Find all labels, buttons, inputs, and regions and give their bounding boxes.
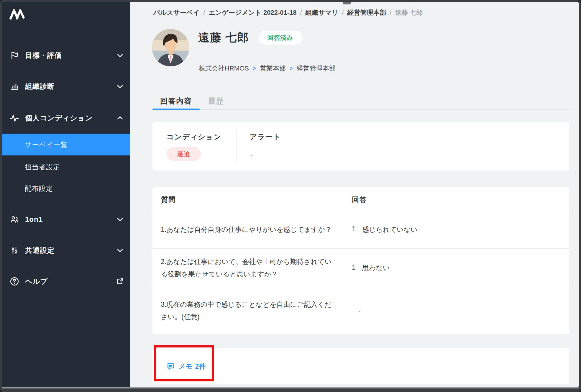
answer-cell: 1 思わない (352, 263, 390, 272)
sidebar-item-label: 目標・評価 (25, 51, 62, 60)
question-text: 3.現在の業務の中で感じることなどを自由にご記入ください。(任意) (161, 298, 338, 323)
sidebar-item-1on1[interactable]: 1on1 (2, 210, 130, 229)
sidebar: 目標・評価 組織診断 (2, 2, 130, 387)
chevron-right-icon: > (253, 65, 256, 72)
breadcrumb-separator: / (342, 9, 344, 17)
sidebar-item-help[interactable]: ヘルプ (2, 272, 130, 291)
answer-cell: - (352, 306, 361, 314)
sliders-icon (10, 246, 19, 255)
tab-history[interactable]: 履歴 (208, 92, 224, 110)
chevron-down-icon (116, 216, 124, 223)
tab-label: 履歴 (208, 96, 224, 106)
sidebar-item-goals[interactable]: 目標・評価 (2, 46, 130, 65)
memo-link[interactable]: メモ 2件 (167, 362, 206, 371)
answer-score: 1 (352, 263, 356, 272)
column-header-question: 質問 (161, 195, 176, 204)
condition-panel: コンディション 逼迫 アラート - (152, 122, 569, 170)
condition-value-badge: 逼迫 (167, 147, 201, 161)
breadcrumb-separator: / (203, 9, 205, 17)
pulse-icon (10, 113, 19, 123)
chevron-down-icon (116, 247, 124, 254)
question-text: 1.あなたは自分自身の仕事にやりがいを感じてますか？ (161, 223, 338, 236)
breadcrumb-item[interactable]: 経営管理本部 (347, 8, 386, 17)
breadcrumb-item[interactable]: パルスサーベイ (153, 8, 200, 17)
sidebar-item-label: ヘルプ (25, 277, 48, 286)
help-icon (10, 277, 19, 286)
org-path-item[interactable]: 経営管理本部 (297, 64, 336, 73)
breadcrumb-item[interactable]: 組織サマリ (306, 8, 339, 17)
question-text: 2.あなたは仕事において、会社や上司から期待されている役割を果たせていると思いま… (161, 255, 338, 280)
alert-value: - (250, 151, 253, 159)
sidebar-item-org-diagnosis[interactable]: 組織診断 (2, 77, 130, 96)
app-logo-icon[interactable] (9, 6, 25, 23)
answer-text: 感じられていない (362, 225, 418, 234)
answer-score: 1 (352, 225, 356, 234)
memo-panel: メモ 2件 (152, 348, 569, 384)
table-row: 3.現在の業務の中で感じることなどを自由にご記入ください。(任意) - (152, 287, 569, 334)
breadcrumb-item[interactable]: エンゲージメント 2022-01-18 (209, 8, 296, 17)
chevron-right-icon: > (290, 65, 293, 72)
org-path-item[interactable]: 株式会社HRMOS (199, 64, 249, 73)
sidebar-item-label: 共通設定 (25, 246, 55, 255)
qa-table-header: 質問 回答 (152, 187, 569, 210)
tab-bar: 回答内容 履歴 (152, 92, 569, 110)
chevron-down-icon (116, 83, 124, 90)
window-notch (343, 2, 351, 4)
tab-label: 回答内容 (160, 96, 192, 106)
status-badge: 回答済み (258, 31, 302, 45)
answer-cell: 1 感じられていない (352, 225, 418, 234)
bar-chart-icon (10, 82, 19, 91)
org-path-item[interactable]: 営業本部 (260, 64, 286, 73)
chevron-up-icon (116, 114, 124, 122)
sidebar-item-common-settings[interactable]: 共通設定 (2, 241, 130, 260)
main-content: パルスサーベイ / エンゲージメント 2022-01-18 / 組織サマリ / … (130, 2, 579, 387)
table-row: 1.あなたは自分自身の仕事にやりがいを感じてますか？ 1 感じられていない (152, 210, 569, 249)
tab-answer-content[interactable]: 回答内容 (152, 92, 200, 110)
memo-icon (167, 362, 175, 370)
table-row: 2.あなたは仕事において、会社や上司から期待されている役割を果たせていると思いま… (152, 249, 569, 287)
breadcrumb: パルスサーベイ / エンゲージメント 2022-01-18 / 組織サマリ / … (153, 8, 423, 17)
page-title-person-name: 遠藤 七郎 (198, 30, 249, 45)
breadcrumb-separator: / (300, 9, 302, 17)
divider (237, 131, 237, 162)
sidebar-subitem-label: サーベイ一覧 (25, 140, 68, 149)
sidebar-subitem-label: 配布設定 (25, 184, 53, 193)
external-link-icon (116, 278, 124, 285)
sidebar-item-personal-condition[interactable]: 個人コンディション (2, 109, 130, 127)
sidebar-item-survey-list[interactable]: サーベイ一覧 (2, 134, 130, 155)
active-tab-underline (152, 109, 200, 110)
window-bottom-edge (2, 387, 579, 388)
sidebar-subitem-label: 担当者設定 (25, 163, 60, 172)
sidebar-item-manager-settings[interactable]: 担当者設定 (2, 158, 130, 176)
condition-label: コンディション (167, 132, 221, 142)
sidebar-item-label: 1on1 (25, 215, 43, 224)
window-frame: 目標・評価 組織診断 (0, 0, 581, 392)
breadcrumb-separator: / (390, 9, 391, 17)
alert-label: アラート (250, 132, 281, 142)
sidebar-item-label: 組織診断 (25, 82, 55, 91)
breadcrumb-item-current: 遠藤 七郎 (395, 8, 423, 17)
answer-text: 思わない (362, 263, 390, 272)
sidebar-item-distribution-settings[interactable]: 配布設定 (2, 180, 130, 197)
avatar (152, 29, 189, 66)
chevron-down-icon (116, 52, 124, 59)
people-icon (10, 215, 19, 224)
qa-table: 質問 回答 1.あなたは自分自身の仕事にやりがいを感じてますか？ 1 感じられて… (152, 187, 569, 334)
sidebar-item-label: 個人コンディション (25, 113, 93, 123)
column-header-answer: 回答 (352, 195, 367, 204)
app-window: 目標・評価 組織診断 (2, 2, 579, 387)
flag-icon (10, 51, 19, 60)
org-path: 株式会社HRMOS > 営業本部 > 経営管理本部 (199, 64, 336, 73)
answer-text: - (358, 306, 361, 314)
memo-link-label: メモ 2件 (178, 362, 206, 371)
